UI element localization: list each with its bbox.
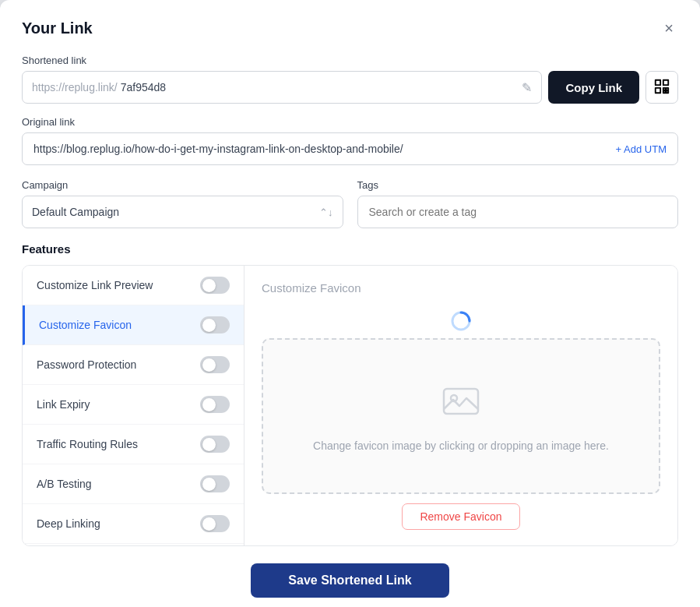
svg-rect-4 bbox=[667, 90, 669, 93]
shortened-link-row: https://replug.link/ 7af954d8 ✎ Copy Lin… bbox=[22, 71, 678, 104]
close-button[interactable]: × bbox=[660, 19, 678, 37]
original-link-section: Original link https://blog.replug.io/how… bbox=[22, 116, 678, 165]
shortened-link-input[interactable]: https://replug.link/ 7af954d8 ✎ bbox=[22, 71, 542, 104]
content-section-title: Customize Favicon bbox=[262, 281, 660, 295]
svg-rect-5 bbox=[663, 90, 666, 93]
save-button-row: Save Shortened Link bbox=[22, 563, 678, 598]
campaign-tags-row: Campaign Default Campaign ⌃↓ Tags bbox=[22, 179, 678, 228]
features-section: Features Customize Link Preview Customiz… bbox=[22, 242, 678, 546]
features-label: Features bbox=[22, 242, 678, 256]
feature-name-customize-favicon: Customize Favicon bbox=[39, 319, 132, 331]
feature-name-link-expiry: Link Expiry bbox=[37, 398, 90, 411]
svg-rect-2 bbox=[656, 87, 660, 92]
qr-code-button[interactable] bbox=[645, 71, 678, 104]
toggle-password-protection[interactable] bbox=[200, 356, 230, 373]
feature-item-deep-linking[interactable]: Deep Linking bbox=[23, 504, 244, 544]
toggle-customize-favicon[interactable] bbox=[200, 316, 230, 333]
svg-rect-1 bbox=[663, 79, 668, 84]
feature-item-traffic-routing-rules[interactable]: Traffic Routing Rules bbox=[23, 425, 244, 464]
qr-code-icon bbox=[653, 78, 670, 97]
image-placeholder-icon bbox=[441, 381, 481, 430]
features-sidebar: Customize Link Preview Customize Favicon bbox=[23, 266, 244, 545]
features-content: Customize Favicon bbox=[244, 266, 677, 545]
original-link-input[interactable]: https://blog.replug.io/how-do-i-get-my-i… bbox=[22, 132, 678, 165]
tags-label: Tags bbox=[357, 179, 679, 191]
feature-name-traffic-routing-rules: Traffic Routing Rules bbox=[37, 438, 138, 450]
remove-favicon-button[interactable]: Remove Favicon bbox=[402, 503, 519, 530]
campaign-select[interactable]: Default Campaign bbox=[32, 206, 316, 218]
modal-title: Your Link bbox=[22, 19, 93, 37]
feature-name-ab-testing: A/B Testing bbox=[37, 478, 92, 490]
campaign-section: Campaign Default Campaign ⌃↓ bbox=[22, 179, 343, 228]
feature-item-customize-link-preview[interactable]: Customize Link Preview bbox=[23, 266, 244, 305]
svg-rect-0 bbox=[656, 79, 660, 84]
tags-section: Tags bbox=[357, 179, 679, 228]
original-link-value: https://blog.replug.io/how-do-i-get-my-i… bbox=[33, 143, 403, 155]
shortened-link-label: Shortened link bbox=[22, 55, 678, 66]
feature-item-ab-testing[interactable]: A/B Testing bbox=[23, 464, 244, 504]
original-link-label: Original link bbox=[22, 116, 678, 128]
features-layout: Customize Link Preview Customize Favicon bbox=[22, 265, 678, 546]
favicon-upload-area[interactable]: Change favicon image by clicking or drop… bbox=[262, 338, 660, 494]
feature-name-customize-link-preview: Customize Link Preview bbox=[37, 279, 153, 291]
shortened-link-section: Shortened link https://replug.link/ 7af9… bbox=[22, 55, 678, 104]
svg-rect-6 bbox=[667, 87, 669, 90]
favicon-upload-text: Change favicon image by clicking or drop… bbox=[313, 439, 609, 452]
toggle-deep-linking[interactable] bbox=[200, 515, 230, 532]
feature-item-customize-favicon[interactable]: Customize Favicon bbox=[23, 305, 244, 345]
shortened-link-hash: 7af954d8 bbox=[121, 81, 166, 94]
campaign-label: Campaign bbox=[22, 179, 343, 191]
svg-rect-3 bbox=[663, 87, 666, 90]
tags-input[interactable] bbox=[357, 196, 679, 228]
feature-item-link-expiry[interactable]: Link Expiry bbox=[23, 385, 244, 425]
save-shortened-link-button[interactable]: Save Shortened Link bbox=[251, 563, 448, 598]
chevron-down-icon: ⌃↓ bbox=[319, 206, 333, 218]
toggle-customize-link-preview[interactable] bbox=[200, 277, 230, 294]
svg-rect-8 bbox=[444, 389, 478, 414]
feature-item-password-protection[interactable]: Password Protection bbox=[23, 345, 244, 385]
campaign-select-wrap[interactable]: Default Campaign ⌃↓ bbox=[22, 196, 343, 228]
edit-icon[interactable]: ✎ bbox=[522, 80, 532, 95]
favicon-loader bbox=[262, 307, 660, 335]
shortened-link-base-url: https://replug.link/ bbox=[32, 81, 118, 94]
toggle-traffic-routing-rules[interactable] bbox=[200, 436, 230, 453]
feature-name-password-protection: Password Protection bbox=[37, 358, 136, 371]
remove-favicon-row: Remove Favicon bbox=[262, 494, 660, 530]
feature-name-deep-linking: Deep Linking bbox=[37, 517, 100, 530]
add-utm-button[interactable]: + Add UTM bbox=[616, 143, 667, 155]
copy-link-button[interactable]: Copy Link bbox=[548, 71, 639, 104]
modal: Your Link × Shortened link https://replu… bbox=[0, 0, 700, 607]
modal-header: Your Link × bbox=[22, 19, 678, 37]
toggle-link-expiry[interactable] bbox=[200, 396, 230, 413]
toggle-ab-testing[interactable] bbox=[200, 475, 230, 492]
